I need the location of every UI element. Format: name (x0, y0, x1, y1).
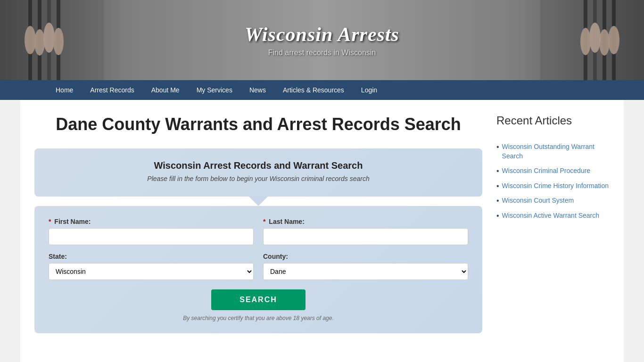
sidebar-articles-list: •Wisconsin Outstanding Warrant Search•Wi… (496, 140, 610, 223)
content-area: Dane County Warrants and Arrest Records … (34, 114, 482, 362)
nav-link[interactable]: My Services (188, 80, 241, 100)
main-nav: HomeArrest RecordsAbout MeMy ServicesNew… (0, 80, 644, 100)
sidebar-article-item: •Wisconsin Court System (496, 193, 610, 208)
search-heading-box: Wisconsin Arrest Records and Warrant Sea… (34, 148, 482, 197)
first-name-input[interactable] (49, 228, 254, 245)
svg-point-17 (580, 28, 591, 55)
last-name-input[interactable] (263, 228, 468, 245)
sidebar-article-item: •Wisconsin Active Warrant Search (496, 208, 610, 223)
header-left-image (0, 0, 104, 80)
search-form-heading: Wisconsin Arrest Records and Warrant Sea… (49, 160, 468, 171)
svg-point-16 (589, 23, 601, 53)
nav-item: Arrest Records (82, 80, 142, 100)
sidebar-article-link[interactable]: Wisconsin Outstanding Warrant Search (502, 142, 610, 161)
sidebar-article-item: •Wisconsin Criminal Procedure (496, 164, 610, 179)
first-name-group: * First Name: (49, 218, 254, 245)
sidebar-article-link[interactable]: Wisconsin Active Warrant Search (502, 211, 599, 221)
nav-item: Articles & Resources (274, 80, 353, 100)
bullet-icon: • (496, 212, 499, 220)
nav-link[interactable]: Articles & Resources (274, 80, 353, 100)
triangle-pointer (249, 197, 268, 206)
svg-point-8 (53, 28, 64, 55)
site-header: Wisconsin Arrests Find arrest records in… (0, 0, 644, 80)
main-container: Dane County Warrants and Arrest Records … (20, 100, 624, 362)
state-label: State: (49, 253, 254, 260)
search-button-row: SEARCH (49, 289, 468, 310)
nav-link[interactable]: Login (353, 80, 386, 100)
search-button[interactable]: SEARCH (211, 289, 305, 310)
sidebar-article-link[interactable]: Wisconsin Criminal Procedure (502, 166, 591, 176)
svg-point-15 (599, 29, 610, 56)
sidebar-article-item: •Wisconsin Crime History Information (496, 179, 610, 194)
nav-link[interactable]: Home (47, 80, 82, 100)
sidebar: Recent Articles •Wisconsin Outstanding W… (496, 114, 610, 362)
svg-point-5 (25, 26, 36, 54)
nav-link[interactable]: News (241, 80, 274, 100)
name-row: * First Name: * Last Name: (49, 218, 468, 245)
search-disclaimer: By searching you certify that you are ab… (49, 315, 468, 321)
svg-point-7 (43, 23, 55, 53)
last-name-group: * Last Name: (263, 218, 468, 245)
sidebar-article-item: •Wisconsin Outstanding Warrant Search (496, 140, 610, 164)
bullet-icon: • (496, 182, 499, 190)
nav-link[interactable]: About Me (143, 80, 188, 100)
search-form-container: * First Name: * Last Name: State: Wisc (34, 206, 482, 333)
first-name-required: * (49, 218, 51, 225)
sidebar-article-link[interactable]: Wisconsin Court System (502, 196, 574, 206)
page-title: Dane County Warrants and Arrest Records … (34, 114, 482, 134)
site-subtitle: Find arrest records in Wisconsin (245, 49, 399, 57)
state-group: State: Wisconsin (49, 253, 254, 280)
svg-point-14 (608, 26, 619, 54)
bullet-icon: • (496, 197, 499, 205)
bullet-icon: • (496, 143, 499, 151)
sidebar-article-link[interactable]: Wisconsin Crime History Information (502, 181, 609, 191)
county-group: County: Dane (263, 253, 468, 280)
last-name-required: * (263, 218, 265, 225)
site-title: Wisconsin Arrests (245, 23, 399, 46)
svg-point-6 (34, 29, 45, 56)
location-row: State: Wisconsin County: Dane (49, 253, 468, 280)
county-label: County: (263, 253, 468, 260)
nav-item: News (241, 80, 274, 100)
state-select[interactable]: Wisconsin (49, 263, 254, 280)
nav-item: About Me (143, 80, 188, 100)
header-right-image (540, 0, 644, 80)
sidebar-title: Recent Articles (496, 114, 610, 130)
bullet-icon: • (496, 167, 499, 175)
nav-link[interactable]: Arrest Records (82, 80, 142, 100)
nav-item: Home (47, 80, 82, 100)
county-select[interactable]: Dane (263, 263, 468, 280)
first-name-label: * First Name: (49, 218, 254, 225)
last-name-label: * Last Name: (263, 218, 468, 225)
search-form-subheading: Please fill in the form below to begin y… (49, 175, 468, 182)
nav-item: My Services (188, 80, 241, 100)
nav-item: Login (353, 80, 386, 100)
header-text-block: Wisconsin Arrests Find arrest records in… (245, 23, 399, 57)
